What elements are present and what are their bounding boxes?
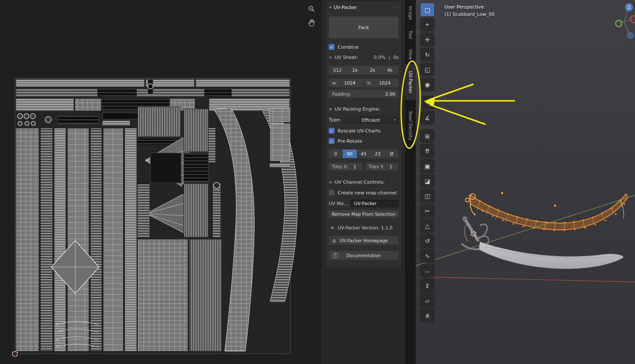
engine-type-dropdown[interactable]: Efficient ▾	[345, 116, 399, 124]
dropdown-arrow-icon: ▾	[394, 118, 396, 122]
panel-header[interactable]: ▾ UV-Packer ∷∷	[329, 2, 399, 13]
rotation-buttons: 0 90 45 23 Ø	[329, 150, 399, 158]
height-field[interactable]: h: 1024	[364, 79, 399, 87]
x-axis-line	[420, 277, 635, 282]
rip-region-tool[interactable]: ⋔	[420, 309, 434, 322]
uv-island-top-strips	[16, 79, 290, 111]
create-channel-checkbox[interactable]	[329, 190, 335, 196]
padding-field[interactable]: Padding 2.00	[329, 90, 399, 98]
navigation-gizmo[interactable]: Z	[613, 2, 635, 41]
combine-checkbox[interactable]: ✓	[329, 44, 335, 50]
gizmo-z-label: Z	[628, 5, 631, 10]
pan-button[interactable]	[307, 18, 316, 27]
uv-sheet-label: UV Sheet:	[335, 55, 358, 60]
uv-map-name-field[interactable]: UV-Packer	[351, 200, 399, 207]
engine-type-value: Efficient	[348, 117, 394, 123]
move-tool[interactable]: ✛	[420, 33, 434, 46]
tiles-y-value: 1	[386, 164, 395, 169]
height-value: 1024	[374, 80, 395, 85]
poly-build-tool[interactable]: △	[420, 219, 434, 232]
rotate-0-button[interactable]: 0	[329, 150, 343, 158]
drag-handle-icon[interactable]: ≡	[329, 180, 332, 185]
spin-icon: ↺	[425, 238, 430, 244]
rotate-23-button[interactable]: 23	[370, 150, 385, 158]
rotate-tool[interactable]: ↻	[420, 48, 434, 61]
uv-map-name-value: UV-Packer	[354, 201, 377, 206]
drag-handle-icon[interactable]: ≡	[329, 107, 332, 112]
viewport-header-text: User Perspective (1) Scabbard_Low_00	[444, 3, 495, 18]
pack-button[interactable]: Pack	[329, 16, 399, 38]
transform-tool[interactable]: ◉	[420, 78, 434, 91]
measure-tool[interactable]: ∡	[420, 111, 434, 124]
type-label: Type:	[329, 117, 342, 123]
width-label: w:	[332, 80, 337, 85]
annotate-tool[interactable]: ✎	[420, 96, 434, 109]
size-2k-button[interactable]: 2k	[364, 66, 381, 74]
gizmo-neg-z-axis[interactable]	[627, 32, 633, 38]
prerotate-label: Pre-Rotate	[338, 138, 362, 144]
uv-editor-canvas[interactable]	[0, 0, 321, 364]
smooth-tool[interactable]: ∿	[420, 249, 434, 262]
rotate-45-button[interactable]: 45	[357, 150, 371, 158]
rotate-90-button[interactable]: 90	[343, 150, 357, 158]
tiles-y-field[interactable]: Tiles Y: 1	[365, 163, 399, 170]
combine-row: ✓ Combine	[329, 44, 399, 50]
edge-slide-tool[interactable]: ↔	[420, 264, 434, 277]
zoom-button[interactable]	[307, 4, 316, 14]
extrude-region-icon: ⇈	[425, 148, 430, 155]
texture-size-buttons: 512 1k 2k 4k	[329, 66, 399, 74]
engine-section-label: UV Packing Engine:	[335, 106, 380, 112]
rotate-none-button[interactable]: Ø	[385, 150, 399, 158]
cursor-tool[interactable]: ⌖	[420, 18, 434, 31]
select-box-tool[interactable]: ▢	[420, 3, 434, 16]
annotate-icon: ✎	[425, 100, 430, 106]
gizmo-y-axis[interactable]	[616, 21, 622, 27]
viewport-3d[interactable]: ▢ ⌖ ✛ ↻ ◱ ◉ ✎ ∡ ⊞ ⇈ ▣ ◪ ◫ ✂ △ ↺ ∿ ↔ ⇕ ▱ …	[416, 0, 635, 364]
width-field[interactable]: w: 1024	[329, 79, 364, 87]
check-icon: ✓	[330, 139, 333, 144]
tab-view[interactable]: View	[405, 45, 416, 63]
tab-image[interactable]: Image	[405, 3, 416, 23]
panel-grip-icon[interactable]: ∷∷	[392, 5, 398, 9]
add-cube-icon: ⊞	[425, 133, 430, 140]
homepage-button[interactable]: ⌂ UV-Packer Homepage	[329, 236, 399, 245]
tab-tool[interactable]: Tool	[405, 26, 416, 44]
bevel-tool[interactable]: ◪	[420, 174, 434, 188]
tab-texel-density[interactable]: Texel Density	[405, 102, 416, 150]
padding-label: Padding	[332, 91, 350, 97]
size-512-button[interactable]: 512	[329, 66, 346, 74]
knife-tool[interactable]: ✂	[420, 204, 434, 217]
add-cube-tool[interactable]: ⊞	[420, 129, 434, 143]
size-1k-button[interactable]: 1k	[346, 66, 364, 74]
tiles-x-field[interactable]: Tiles X: 1	[329, 163, 362, 170]
spin-tool[interactable]: ↺	[420, 234, 434, 247]
remove-map-button[interactable]: Remove Map From Selection	[329, 210, 399, 218]
size-4k-button[interactable]: 4k	[381, 66, 399, 74]
combine-label: Combine	[338, 44, 359, 50]
gizmo-x-axis[interactable]	[630, 16, 635, 23]
measure-icon: ∡	[425, 114, 430, 121]
shrink-fatten-tool[interactable]: ⇕	[420, 279, 434, 292]
extrude-region-tool[interactable]: ⇈	[420, 144, 434, 158]
inset-faces-tool[interactable]: ▣	[420, 159, 434, 173]
prerotate-checkbox[interactable]: ✓	[329, 138, 335, 144]
edge-slide-icon: ↔	[424, 267, 430, 274]
select-box-icon: ▢	[424, 6, 430, 13]
hand-icon	[307, 18, 316, 27]
panel-title: UV-Packer	[334, 5, 390, 10]
separator: ¦	[389, 55, 391, 60]
loop-cut-tool[interactable]: ◫	[420, 189, 434, 203]
tab-uv-packer[interactable]: UV-Packer	[405, 64, 416, 100]
uv-island-left-columns	[16, 128, 137, 351]
documentation-button[interactable]: ? Documentation	[329, 251, 399, 260]
shear-icon: ▱	[425, 297, 430, 304]
shear-tool[interactable]: ▱	[420, 294, 434, 307]
cursor-icon: ⌖	[426, 21, 429, 28]
documentation-label: Documentation	[347, 253, 381, 258]
drag-handle-icon[interactable]: ≡	[329, 55, 332, 60]
rescale-row: ✓ Rescale UV-Charts	[329, 128, 399, 134]
scabbard-selected-mesh[interactable]	[466, 192, 628, 231]
rescale-checkbox[interactable]: ✓	[329, 128, 335, 134]
scale-tool[interactable]: ◱	[420, 63, 434, 76]
loop-cut-icon: ◫	[424, 193, 430, 200]
